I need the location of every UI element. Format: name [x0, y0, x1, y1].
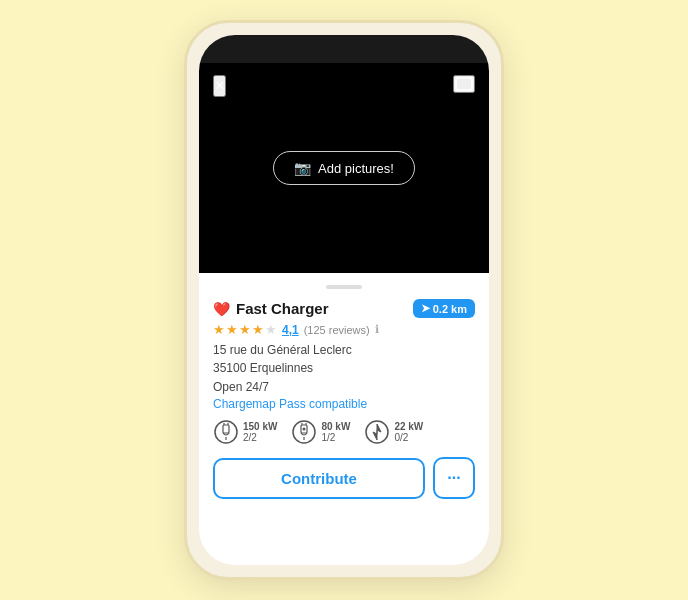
- station-card: ❤️ Fast Charger ➤ 0.2 km ★ ★ ★ ★: [199, 273, 489, 509]
- station-name: Fast Charger: [236, 300, 329, 317]
- distance-badge[interactable]: ➤ 0.2 km: [413, 299, 475, 318]
- svg-point-10: [303, 428, 306, 431]
- svg-marker-13: [373, 424, 381, 440]
- star-5: ★: [265, 322, 277, 337]
- charger-power-2: 80 kW: [321, 421, 350, 432]
- charger-info-3: 22 kW 0/2: [394, 421, 423, 443]
- phone-wrapper: 9:41 × 📷 Add pi: [184, 20, 504, 580]
- close-button[interactable]: ×: [213, 75, 226, 97]
- charger-item-3: 22 kW 0/2: [364, 419, 423, 445]
- title-left: ❤️ Fast Charger: [213, 300, 329, 317]
- charger-status-1: 2/2: [243, 432, 277, 443]
- star-3: ★: [239, 322, 251, 337]
- charger-power-3: 22 kW: [394, 421, 423, 432]
- pass-link[interactable]: Chargemap Pass compatible: [213, 397, 475, 411]
- charger-row: 150 kW 2/2: [213, 419, 475, 445]
- charger-status-3: 0/2: [394, 432, 423, 443]
- star-1: ★: [213, 322, 225, 337]
- charger-item-1: 150 kW 2/2: [213, 419, 277, 445]
- contribute-button[interactable]: Contribute: [213, 458, 425, 499]
- stars: ★ ★ ★ ★ ★: [213, 322, 277, 337]
- navigation-arrow-icon: ➤: [421, 302, 430, 315]
- address-line2: 35100 Erquelinnes: [213, 361, 313, 375]
- distance-text: 0.2 km: [433, 303, 467, 315]
- address: 15 rue du Général Leclerc 35100 Erquelin…: [213, 341, 475, 377]
- info-icon[interactable]: ℹ: [375, 323, 379, 336]
- address-line1: 15 rue du Général Leclerc: [213, 343, 352, 357]
- camera-icon: 📷: [294, 160, 311, 176]
- charger-item-2: 80 kW 1/2: [291, 419, 350, 445]
- open-hours: Open 24/7: [213, 380, 475, 394]
- charger-status-2: 1/2: [321, 432, 350, 443]
- heart-icon: ❤️: [213, 301, 230, 317]
- add-pictures-button[interactable]: 📷 Add pictures!: [273, 151, 415, 185]
- photo-area: × 📷 Add pictures!: [199, 63, 489, 273]
- expand-button[interactable]: [453, 75, 475, 93]
- notch: [304, 35, 384, 55]
- charger-icon-2: [291, 419, 317, 445]
- phone-frame: 9:41 × 📷 Add pi: [184, 20, 504, 580]
- svg-rect-0: [456, 78, 472, 90]
- phone-screen: 9:41 × 📷 Add pi: [199, 35, 489, 565]
- action-row: Contribute ···: [213, 457, 475, 499]
- rating-value[interactable]: 4,1: [282, 323, 299, 337]
- star-4: ★: [252, 322, 264, 337]
- expand-icon: [455, 77, 473, 91]
- more-button[interactable]: ···: [433, 457, 475, 499]
- charger-icon-1: [213, 419, 239, 445]
- charger-info-2: 80 kW 1/2: [321, 421, 350, 443]
- charger-power-1: 150 kW: [243, 421, 277, 432]
- charger-info-1: 150 kW 2/2: [243, 421, 277, 443]
- drag-handle: [326, 285, 362, 289]
- star-2: ★: [226, 322, 238, 337]
- title-row: ❤️ Fast Charger ➤ 0.2 km: [213, 299, 475, 318]
- svg-rect-2: [223, 425, 229, 433]
- reviews-count: (125 reviews): [304, 324, 370, 336]
- rating-row: ★ ★ ★ ★ ★ 4,1 (125 reviews) ℹ: [213, 322, 475, 337]
- charger-icon-3: [364, 419, 390, 445]
- status-bar: 9:41: [199, 35, 489, 63]
